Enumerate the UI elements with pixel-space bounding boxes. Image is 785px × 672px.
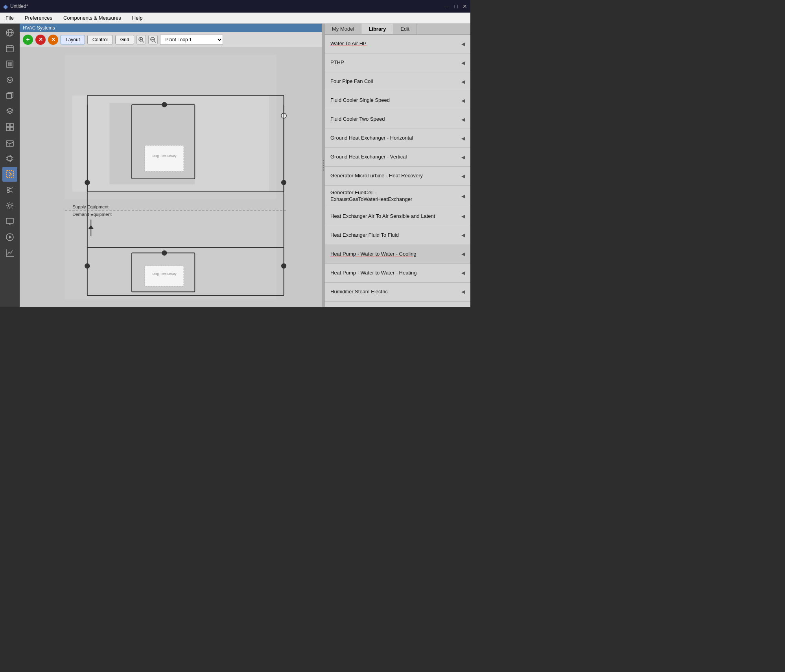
sidebar-icon-cube[interactable] [2,88,17,103]
library-item-arrow: ◀ [461,193,465,199]
svg-rect-36 [6,171,13,178]
library-item-arrow: ◀ [461,136,465,141]
tab-library[interactable]: Library [361,24,393,34]
library-item-fluid-cooler-two-speed[interactable]: Fluid Cooler Two Speed ◀ [325,110,470,129]
maximize-button[interactable]: □ [455,3,458,9]
app-title: Untitled* [10,4,28,9]
sidebar-icon-scissors[interactable] [2,182,17,197]
center-panel: HVAC Systems + ✕ ✕ Layout Control Grid P… [20,24,322,307]
sidebar-icon-box3d[interactable] [2,135,17,150]
svg-rect-21 [6,123,9,127]
library-item-arrow: ◀ [461,41,465,47]
zoom-in-button[interactable] [136,35,146,44]
layout-button[interactable]: Layout [61,35,85,44]
zoom-out-button[interactable] [148,35,158,44]
svg-point-73 [85,263,90,269]
sidebar-icon-chip[interactable] [2,151,17,166]
sidebar-icon-grid[interactable] [2,120,17,134]
svg-rect-60 [145,145,184,171]
library-item-heat-pump-heating[interactable]: Heat Pump - Water to Water - Heating ◀ [325,264,470,283]
svg-rect-24 [10,127,13,131]
library-item-water-to-air-hp[interactable]: Water To Air HP ◀ [325,35,470,53]
close-button[interactable]: ✕ [463,3,467,9]
svg-point-62 [162,102,167,107]
library-item-humidifier-steam[interactable]: Humidifier Steam Electric ◀ [325,283,470,302]
left-sidebar [0,24,20,307]
sidebar-icon-play[interactable] [2,230,17,245]
library-tabs: My Model Library Edit [325,24,470,35]
grid-button[interactable]: Grid [115,35,135,44]
library-item-heat-exchanger-air-sensible[interactable]: Heat Exchanger Air To Air Sensible and L… [325,207,470,226]
svg-text:Demand Equipment: Demand Equipment [72,212,112,217]
svg-marker-20 [7,108,13,112]
sidebar-icon-monitor[interactable] [2,214,17,229]
sidebar-icon-plug[interactable] [2,72,17,87]
svg-point-74 [281,263,286,269]
svg-rect-9 [10,63,11,64]
delete-button[interactable]: ✕ [48,35,58,45]
hvac-section-label: HVAC Systems [23,25,55,31]
library-item-four-pipe-fan-coil[interactable]: Four Pipe Fan Coil ◀ [325,72,470,91]
svg-rect-70 [145,266,184,286]
sidebar-icon-calendar[interactable] [2,41,17,56]
menu-preferences[interactable]: Preferences [22,13,55,22]
svg-rect-57 [109,103,195,184]
library-item-arrow: ◀ [461,270,465,276]
library-item-pthp[interactable]: PTHP ◀ [325,53,470,72]
svg-text:Drag From Library: Drag From Library [152,272,176,276]
library-item-arrow: ◀ [461,232,465,238]
svg-rect-10 [8,64,9,66]
add-button[interactable]: + [23,35,33,45]
svg-rect-15 [7,94,11,98]
remove-button[interactable]: ✕ [35,35,46,45]
tab-my-model[interactable]: My Model [325,24,361,34]
sidebar-icon-select[interactable] [2,167,17,182]
sidebar-icon-gear[interactable] [2,198,17,213]
svg-point-12 [7,77,13,83]
library-item-label: Heat Pump - Water to Water - Heating [330,270,458,276]
library-item-arrow: ◀ [461,98,465,103]
tab-edit[interactable]: Edit [393,24,416,34]
library-item-fluid-cooler-single-speed[interactable]: Fluid Cooler Single Speed ◀ [325,91,470,110]
sidebar-icon-globe[interactable] [2,25,17,40]
titlebar: ◆ Untitled* — □ ✕ [0,0,470,13]
svg-rect-27 [8,156,12,160]
menu-help[interactable]: Help [130,13,145,22]
menubar: File Preferences Components & Measures H… [0,13,470,24]
library-item-label: PTHP [330,59,458,66]
library-item-label: Ground Heat Exchanger - Horizontal [330,135,458,142]
library-item-ground-heat-exchanger-horizontal[interactable]: Ground Heat Exchanger - Horizontal ◀ [325,129,470,148]
library-item-ground-heat-exchanger-vertical[interactable]: Ground Heat Exchanger - Vertical ◀ [325,148,470,167]
library-item-arrow: ◀ [461,60,465,66]
library-item-heat-pump-cooling[interactable]: Heat Pump - Water to Water - Cooling ◀ [325,245,470,264]
library-item-load-profile-plant[interactable]: Load Profile - Plant ◀ [325,302,470,307]
library-item-generator-fuelcell[interactable]: Generator FuelCell - ExhaustGasToWaterHe… [325,186,470,207]
sidebar-icon-layers[interactable] [2,104,17,119]
svg-rect-11 [10,64,11,66]
library-item-generator-microturbine[interactable]: Generator MicroTurbine - Heat Recovery ◀ [325,167,470,186]
resize-handle[interactable] [322,24,325,307]
resize-dots-indicator [323,160,324,171]
svg-rect-8 [8,63,9,64]
plant-loop-dropdown[interactable]: Plant Loop 1 [160,35,223,45]
library-item-arrow: ◀ [461,214,465,219]
main-layout: HVAC Systems + ✕ ✕ Layout Control Grid P… [0,24,470,307]
library-item-heat-exchanger-fluid[interactable]: Heat Exchanger Fluid To Fluid ◀ [325,226,470,245]
library-item-arrow: ◀ [461,173,465,179]
library-item-label: Four Pipe Fan Coil [330,78,458,85]
sidebar-icon-chart[interactable] [2,245,17,260]
sidebar-icon-building[interactable] [2,57,17,72]
library-list: Water To Air HP ◀ PTHP ◀ Four Pipe Fan C… [325,35,470,307]
library-item-arrow: ◀ [461,289,465,295]
control-button[interactable]: Control [87,35,113,44]
right-panel: My Model Library Edit Water To Air HP ◀ … [325,24,470,307]
library-item-label: Heat Exchanger Fluid To Fluid [330,232,458,239]
svg-rect-23 [6,127,9,131]
minimize-button[interactable]: — [444,3,450,9]
canvas-area[interactable]: Drag From Library Drag From Library [20,47,322,307]
menu-file[interactable]: File [3,13,16,22]
library-item-label: Fluid Cooler Two Speed [330,116,458,123]
library-item-label: Generator MicroTurbine - Heat Recovery [330,173,458,179]
menu-components-measures[interactable]: Components & Measures [61,13,123,22]
library-item-arrow: ◀ [461,79,465,85]
